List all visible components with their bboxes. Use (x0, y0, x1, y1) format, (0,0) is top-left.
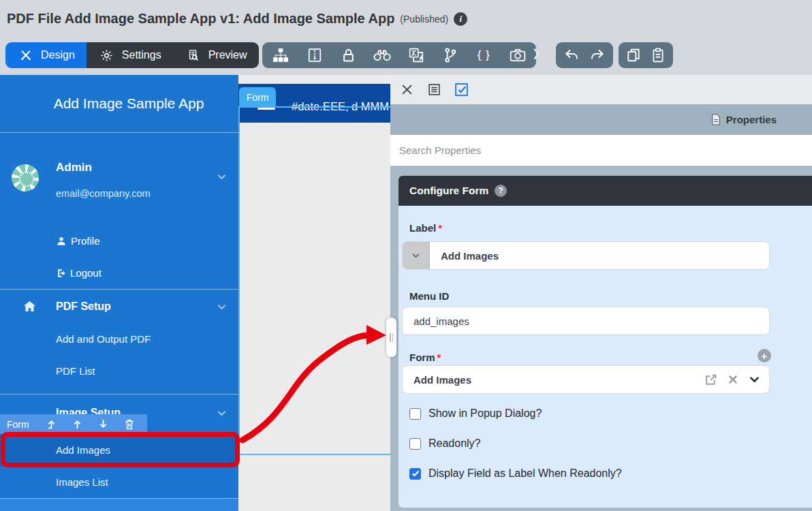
sidebar-item-label: Add Images (56, 444, 110, 456)
camera-icon[interactable] (509, 46, 527, 64)
sidebar-item-label: Images List (56, 476, 108, 488)
app-header: PDF File Add Image Sample App v1: Add Im… (7, 11, 467, 27)
checkbox-row-popup-dialog: Show in Popup Dialog? (409, 407, 542, 420)
checkbox-label: Display Field as Label When Readonly? (428, 467, 622, 480)
document-icon (711, 114, 721, 126)
configure-form-body: Label* Add Images Menu ID add_images For… (399, 206, 812, 508)
translate-icon[interactable] (407, 46, 425, 64)
sidebar-item-logout[interactable]: Logout (0, 257, 238, 289)
tab-design[interactable]: Design (5, 42, 87, 68)
paste-icon[interactable] (649, 46, 667, 64)
copy-icon[interactable] (625, 46, 642, 64)
configure-form-title: Configure Form (409, 185, 488, 197)
sidebar-item-images-list[interactable]: Images List (0, 466, 238, 498)
element-action-toolbar: Form (0, 414, 147, 434)
branch-icon[interactable] (441, 46, 459, 64)
user-email: email@company.com (56, 188, 151, 199)
tab-settings[interactable]: Settings (87, 42, 173, 68)
code-braces-icon[interactable]: { } (475, 46, 493, 64)
question-circle-icon[interactable]: ? (495, 185, 507, 197)
chevron-right-icon[interactable]: ❯ (532, 47, 541, 59)
sidebar-item-label: Profile (71, 235, 100, 247)
mode-tabs: Design Settings Preview (5, 42, 259, 68)
form-select-value: Add Images (403, 374, 471, 386)
lock-icon[interactable] (339, 46, 357, 64)
sidebar-item-profile[interactable]: Profile (0, 225, 238, 257)
form-select[interactable]: Add Images (402, 365, 770, 394)
move-up-icon[interactable] (65, 417, 91, 432)
checkbox-row-display-as-label: Display Field as Label When Readonly? (409, 467, 622, 480)
properties-title: Properties (726, 114, 777, 125)
selection-outline-left (238, 106, 240, 455)
published-badge: (Published) (400, 14, 448, 25)
plus-circle-icon[interactable]: + (758, 349, 771, 362)
builder-toolbar: { } (262, 42, 536, 68)
label-type-dropdown[interactable] (403, 242, 430, 269)
app-sidebar: Add Image Sample App Admin email@company… (0, 75, 238, 511)
chevron-down-icon (217, 407, 226, 419)
sitemap-icon[interactable] (272, 46, 290, 64)
sidebar-item-add-and-output-pdf[interactable]: Add and Output PDF (0, 323, 238, 355)
label-input-value: Add Images (430, 250, 499, 262)
tab-preview-label: Preview (208, 49, 247, 61)
menu-id-input-value: add_images (403, 315, 469, 327)
binoculars-icon[interactable] (373, 46, 391, 64)
form-element-tab[interactable]: Form (239, 87, 276, 108)
checkbox-checked[interactable] (409, 468, 421, 480)
sidebar-section-pdf-setup[interactable]: PDF Setup (0, 289, 238, 323)
chevron-down-icon (217, 300, 226, 313)
sidebar-app-title: Add Image Sample App (0, 75, 238, 132)
required-asterisk: * (437, 352, 441, 363)
external-link-icon[interactable] (704, 373, 717, 386)
label-input[interactable]: Add Images (402, 241, 770, 270)
checkbox-label: Readonly? (428, 437, 481, 450)
selection-outline-bottom (238, 454, 390, 455)
chevron-down-icon[interactable] (749, 375, 760, 384)
label-field-label: Label* (409, 222, 442, 234)
checkbox-select-icon[interactable] (454, 82, 469, 97)
logout-icon (56, 268, 67, 278)
checkbox-unchecked[interactable] (409, 438, 421, 450)
sidebar-footer-strip (0, 498, 238, 511)
window-form-icon[interactable] (426, 82, 441, 97)
search-properties-input[interactable] (390, 135, 812, 166)
redo-icon[interactable] (588, 46, 606, 64)
app-builder-window: PDF File Add Image Sample App v1: Add Im… (0, 0, 812, 511)
panel-resize-handle[interactable] (386, 318, 396, 357)
tab-settings-label: Settings (122, 49, 161, 61)
menu-id-field-label: Menu ID (409, 290, 449, 302)
element-type-label: Form (7, 419, 29, 430)
chevron-down-icon[interactable] (217, 170, 226, 183)
checkbox-unchecked[interactable] (409, 408, 421, 420)
sidebar-section-label: PDF Setup (56, 300, 111, 313)
undo-icon[interactable] (563, 46, 581, 64)
sidebar-item-add-images[interactable]: Add Images (0, 433, 238, 466)
sidebar-item-label: Add and Output PDF (56, 333, 151, 345)
sidebar-item-label: PDF List (56, 365, 95, 377)
home-icon (20, 298, 38, 315)
design-canvas: Form #date.EEE, d MMM (238, 75, 390, 511)
close-icon[interactable] (399, 82, 414, 97)
gear-icon (98, 46, 116, 64)
user-name: Admin (56, 161, 92, 174)
delete-icon[interactable] (116, 417, 142, 432)
properties-title-bar: Properties (390, 104, 812, 135)
move-down-icon[interactable] (91, 417, 116, 432)
configure-form-card: Configure Form ? Label* Add Images Menu … (399, 176, 812, 508)
form-zip-icon[interactable] (306, 46, 324, 64)
tab-preview[interactable]: Preview (173, 42, 259, 68)
move-to-top-icon[interactable] (39, 417, 65, 432)
required-asterisk: * (438, 222, 442, 234)
sidebar-item-pdf-list[interactable]: PDF List (0, 355, 238, 387)
menu-id-input[interactable]: add_images (402, 307, 770, 335)
avatar (12, 164, 39, 191)
form-field-label: Form* (409, 352, 441, 363)
clear-x-icon[interactable] (728, 374, 738, 385)
clipboard-toolbar (619, 42, 673, 68)
undo-redo-toolbar (556, 42, 613, 68)
tab-design-label: Design (41, 49, 75, 61)
properties-panel: Properties Configure Form ? Label* Add I… (390, 75, 812, 511)
sidebar-item-label: Logout (70, 267, 102, 279)
configure-form-header: Configure Form ? (399, 176, 812, 206)
info-icon[interactable]: i (454, 12, 467, 26)
